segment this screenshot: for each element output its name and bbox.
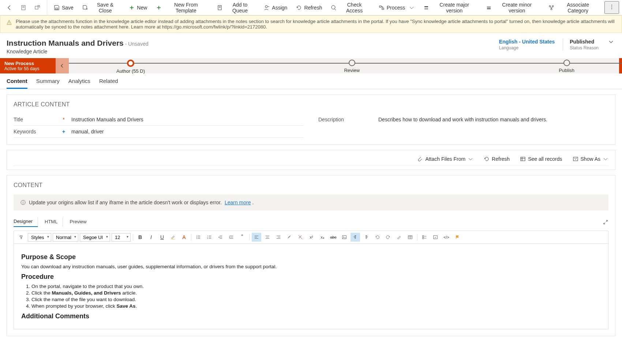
minor-icon (486, 5, 492, 11)
new-button[interactable]: New (125, 3, 151, 13)
italic-button[interactable]: I (146, 233, 156, 242)
align-right-button[interactable] (274, 233, 283, 242)
process-icon (379, 5, 385, 11)
header-language[interactable]: English - United States Language (499, 39, 555, 50)
tab-summary[interactable]: Summary (36, 78, 60, 89)
rtl-button[interactable] (361, 233, 371, 242)
header-status[interactable]: Published Status Reason (563, 39, 599, 50)
tab-content[interactable]: Content (7, 78, 27, 89)
stage-author[interactable]: Author (55 D) (116, 60, 145, 74)
tab-html[interactable]: HTML (45, 217, 63, 227)
grid-icon (520, 156, 526, 162)
svg-point-27 (551, 8, 552, 10)
indent-button[interactable] (226, 233, 236, 242)
ltr-button[interactable] (351, 233, 360, 242)
size-select[interactable]: 12 (112, 233, 131, 242)
format-select[interactable]: Normal (53, 233, 78, 242)
paragraph: You can download any instruction manuals… (21, 264, 601, 269)
font-select[interactable]: Segoe UI (80, 233, 110, 242)
svg-point-43 (196, 237, 197, 238)
bullets-button[interactable] (194, 233, 203, 242)
font-color-button[interactable]: A (179, 233, 189, 242)
link-button[interactable] (285, 233, 294, 242)
svg-point-15 (331, 5, 335, 9)
strikethrough-button[interactable]: abc (329, 233, 338, 242)
see-all-records-button[interactable]: See all records (520, 156, 562, 162)
embed-button[interactable] (431, 233, 440, 242)
redo-button[interactable] (383, 233, 393, 242)
keywords-field[interactable]: Keywords + manual, driver (14, 126, 304, 138)
refresh-icon (484, 156, 490, 162)
attach-files-from-button[interactable]: Attach Files From (417, 156, 473, 162)
stage-publish[interactable]: Publish (559, 60, 574, 74)
svg-rect-17 (379, 6, 381, 7)
attach-refresh-button[interactable]: Refresh (484, 156, 510, 162)
queue-icon (217, 5, 223, 11)
svg-rect-18 (382, 8, 384, 10)
tab-analytics[interactable]: Analytics (68, 78, 90, 89)
heading-procedure: Procedure (21, 273, 601, 281)
process-bar: New Process Active for 55 days Author (5… (0, 58, 622, 73)
save-close-button[interactable]: Save & Close (79, 0, 124, 16)
unlink-button[interactable] (296, 233, 305, 242)
undo-button[interactable] (372, 233, 382, 242)
heading-purpose: Purpose & Scope (21, 253, 601, 261)
add-queue-button[interactable]: Add to Queue (213, 0, 259, 16)
outdent-button[interactable] (216, 233, 225, 242)
popout-button[interactable] (31, 3, 44, 13)
create-minor-button[interactable]: Create minor version (482, 0, 543, 16)
align-center-button[interactable] (263, 233, 272, 242)
svg-point-29 (611, 7, 612, 7)
highlight-button[interactable] (168, 233, 178, 242)
format-painter-button[interactable] (17, 233, 26, 242)
expand-icon[interactable] (603, 219, 608, 225)
save-button[interactable]: Save (50, 3, 77, 13)
entity-name: Knowledge Article (7, 49, 148, 54)
list-item: Click the name of the file you want to d… (31, 297, 601, 302)
todo-button[interactable] (420, 233, 429, 242)
refresh-icon (296, 5, 302, 11)
tab-related[interactable]: Related (99, 78, 118, 89)
plus-icon (129, 5, 135, 11)
learn-more-link[interactable]: Learn more (225, 200, 251, 205)
back-button[interactable] (3, 3, 16, 13)
styles-select[interactable]: Styles (28, 233, 51, 242)
create-major-button[interactable]: Create major version (420, 0, 481, 16)
assign-button[interactable]: Assign (260, 3, 291, 13)
subscript-button[interactable]: x₂ (318, 233, 327, 242)
underline-button[interactable]: U (157, 233, 167, 242)
associate-button[interactable]: Associate Category (545, 0, 603, 16)
quote-button[interactable]: ” (237, 233, 247, 242)
refresh-button[interactable]: Refresh (292, 3, 326, 13)
attach-icon (417, 156, 423, 162)
record-header: Instruction Manuals and Drivers - Unsave… (0, 33, 622, 58)
procedure-list: On the portal, navigate to the product t… (31, 284, 601, 309)
stage-review[interactable]: Review (344, 60, 360, 74)
process-button[interactable]: Process (375, 3, 419, 13)
editor-content[interactable]: Purpose & Scope You can download any ins… (14, 243, 608, 329)
process-badge[interactable]: New Process Active for 55 days (0, 58, 56, 73)
flag-button[interactable] (453, 233, 462, 242)
svg-rect-78 (434, 236, 438, 239)
image-button[interactable] (340, 233, 349, 242)
align-left-button[interactable] (252, 233, 261, 242)
list-item: On the portal, navigate to the product t… (31, 284, 601, 289)
more-button[interactable] (604, 1, 619, 14)
panel-icon-button[interactable] (17, 3, 30, 13)
check-access-button[interactable]: Check Access (327, 0, 373, 16)
header-expand[interactable] (607, 39, 615, 45)
clear-format-button[interactable] (394, 233, 404, 242)
title-field[interactable]: Title * Instruction Manuals and Drivers (14, 114, 304, 126)
source-button[interactable]: </> (442, 233, 451, 242)
superscript-button[interactable]: x² (307, 233, 316, 242)
tab-designer[interactable]: Designer (14, 217, 38, 227)
process-collapse[interactable] (56, 58, 69, 73)
new-template-button[interactable]: New From Template (152, 0, 211, 16)
table-button[interactable] (405, 233, 415, 242)
description-field[interactable]: Description Describes how to download an… (318, 114, 608, 125)
tab-preview[interactable]: Preview (70, 217, 91, 227)
content-panel: CONTENT Update your origins allow list i… (7, 175, 615, 336)
bold-button[interactable]: B (135, 233, 145, 242)
show-as-button[interactable]: Show As (573, 156, 608, 162)
numbering-button[interactable]: 123 (205, 233, 214, 242)
